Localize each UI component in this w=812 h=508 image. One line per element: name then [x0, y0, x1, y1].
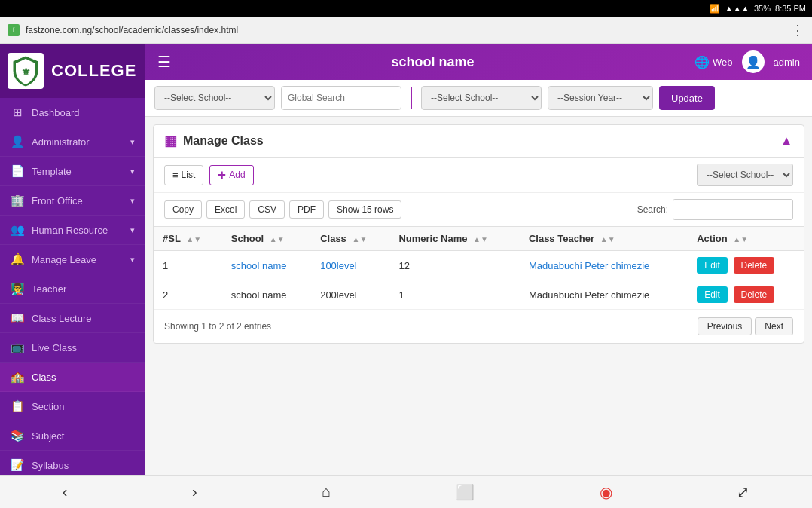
session-year-select[interactable]: --Session Year-- — [548, 86, 653, 110]
administrator-icon: 👤 — [11, 135, 24, 148]
th-numeric-name[interactable]: Numeric Name ▲▼ — [389, 227, 519, 251]
arrow-icon: ▾ — [130, 196, 135, 206]
sidebar-item-label: Front Office — [32, 195, 83, 207]
action-bar-right: --Select School-- — [697, 164, 793, 186]
user-avatar[interactable]: 👤 — [742, 50, 765, 73]
copy-button[interactable]: Copy — [164, 200, 202, 219]
select-school-2[interactable]: --Select School-- — [421, 86, 542, 110]
cell-numeric-1: 12 — [389, 251, 519, 280]
sidebar-item-subject[interactable]: 📚 Subject — [0, 421, 145, 451]
sidebar-item-label: Live Class — [32, 342, 77, 353]
sidebar-item-label: Dashboard — [32, 107, 80, 118]
edit-button-1[interactable]: Edit — [697, 257, 728, 274]
live-class-icon: 📺 — [11, 341, 24, 354]
manage-class-section: ▦ Manage Class ▲ ≡ List ✚ Add — [153, 124, 804, 344]
tab-button[interactable]: ⬜ — [456, 483, 475, 501]
list-button[interactable]: ≡ List — [164, 165, 203, 185]
next-button[interactable]: Next — [755, 317, 793, 335]
browser-url: fastzone.com.ng/school/academic/classes/… — [26, 25, 785, 35]
bottom-nav: ‹ › ⌂ ⬜ ◉ ⤢ — [0, 475, 812, 508]
sidebar-item-dashboard[interactable]: ⊞ Dashboard — [0, 98, 145, 127]
th-sl[interactable]: #SL ▲▼ — [154, 227, 222, 251]
web-button[interactable]: 🌐 Web — [694, 55, 733, 69]
sidebar-item-administrator[interactable]: 👤 Administrator ▾ — [0, 127, 145, 157]
excel-button[interactable]: Excel — [206, 200, 245, 219]
section-icon: 📋 — [11, 399, 24, 413]
arrow-icon: ▾ — [130, 225, 135, 235]
table-header-row: #SL ▲▼ School ▲▼ Class ▲▼ — [154, 227, 804, 251]
sidebar-item-class-lecture[interactable]: 📖 Class Lecture — [0, 304, 145, 333]
show-rows-button[interactable]: Show 15 rows — [328, 200, 401, 219]
sidebar-item-class[interactable]: 🏫 Class — [0, 363, 145, 392]
filter-bar: --Select School-- --Select School-- --Se… — [145, 80, 812, 117]
delete-button-1[interactable]: Delete — [734, 257, 775, 274]
globe-icon: 🌐 — [694, 55, 710, 69]
sidebar-item-section[interactable]: 📋 Section — [0, 392, 145, 421]
search-box: Search: — [637, 199, 793, 220]
expand-button[interactable]: ⤢ — [737, 483, 749, 501]
cell-sl-1: 1 — [154, 251, 222, 280]
sidebar-item-human-resource[interactable]: 👥 Human Resource ▾ — [0, 216, 145, 245]
previous-button[interactable]: Previous — [698, 317, 752, 335]
signal-icon: ▲▲▲ — [725, 4, 749, 13]
opera-button[interactable]: ◉ — [600, 483, 612, 501]
school-select-table[interactable]: --Select School-- — [697, 164, 793, 186]
edit-button-2[interactable]: Edit — [697, 286, 728, 303]
syllabus-icon: 📝 — [11, 458, 24, 472]
sidebar-item-manage-leave[interactable]: 🔔 Manage Leave ▾ — [0, 245, 145, 274]
csv-button[interactable]: CSV — [249, 200, 285, 219]
main-content: --Select School-- --Select School-- --Se… — [145, 80, 812, 475]
logo-image: ⚜ — [8, 53, 44, 89]
select-school-1[interactable]: --Select School-- — [154, 86, 275, 110]
web-label: Web — [713, 57, 733, 68]
global-search-input[interactable] — [281, 86, 401, 110]
dashboard-icon: ⊞ — [11, 106, 24, 119]
add-icon: ✚ — [218, 170, 226, 181]
time: 8:35 PM — [775, 4, 806, 13]
sidebar-item-template[interactable]: 📄 Template ▾ — [0, 157, 145, 186]
sidebar-item-syllabus[interactable]: 📝 Syllabus — [0, 451, 145, 475]
class-lecture-icon: 📖 — [11, 311, 24, 325]
human-resource-icon: 👥 — [11, 223, 24, 237]
forward-button[interactable]: › — [192, 483, 197, 500]
sidebar-item-label: Administrator — [32, 136, 90, 148]
th-action[interactable]: Action ▲▼ — [688, 227, 804, 251]
th-class[interactable]: Class ▲▼ — [311, 227, 389, 251]
sort-icon-numeric: ▲▼ — [473, 235, 488, 243]
sidebar-item-label: Class Lecture — [32, 313, 91, 324]
hamburger-button[interactable]: ☰ — [157, 53, 171, 71]
cell-action-2: Edit Delete — [688, 280, 804, 310]
cell-sl-2: 2 — [154, 280, 222, 310]
sidebar-item-live-class[interactable]: 📺 Live Class — [0, 333, 145, 363]
top-header: ☰ school name 🌐 Web 👤 admin — [145, 44, 812, 80]
subject-icon: 📚 — [11, 429, 24, 442]
template-icon: 📄 — [11, 164, 24, 178]
manage-class-label: Manage Class — [183, 134, 264, 148]
table-row: 1 school name 100level 12 Maduabuchi Pet… — [154, 251, 804, 280]
cell-school-2: school name — [222, 280, 311, 310]
delete-button-2[interactable]: Delete — [734, 286, 775, 303]
browser-menu[interactable]: ⋮ — [791, 22, 804, 38]
status-bar: 📶 ▲▲▲ 35% 8:35 PM — [0, 0, 812, 17]
home-button[interactable]: ⌂ — [322, 483, 331, 500]
th-school[interactable]: School ▲▼ — [222, 227, 311, 251]
search-input[interactable] — [673, 199, 793, 220]
th-class-teacher[interactable]: Class Teacher ▲▼ — [520, 227, 688, 251]
add-button[interactable]: ✚ Add — [209, 165, 253, 185]
browser-bar: f fastzone.com.ng/school/academic/classe… — [0, 17, 812, 44]
table-row: 2 school name 200level 1 Maduabuchi Pete… — [154, 280, 804, 310]
collapse-icon[interactable]: ▲ — [780, 133, 793, 149]
sidebar-item-label: Syllabus — [32, 460, 69, 471]
sidebar-item-front-office[interactable]: 🏢 Front Office ▾ — [0, 186, 145, 216]
sidebar: ⚜ COLLEGE ⊞ Dashboard 👤 Administrator ▾ … — [0, 44, 145, 475]
manage-grid-icon: ▦ — [164, 133, 177, 149]
search-label: Search: — [637, 204, 668, 215]
pdf-button[interactable]: PDF — [289, 200, 324, 219]
sort-icon-teacher: ▲▼ — [600, 235, 615, 243]
sidebar-item-label: Teacher — [32, 283, 66, 295]
sort-icon-action: ▲▼ — [733, 235, 748, 243]
update-button[interactable]: Update — [659, 86, 715, 110]
sidebar-item-teacher[interactable]: 👨‍🏫 Teacher — [0, 274, 145, 304]
class-icon: 🏫 — [11, 370, 24, 384]
back-button[interactable]: ‹ — [63, 483, 68, 500]
